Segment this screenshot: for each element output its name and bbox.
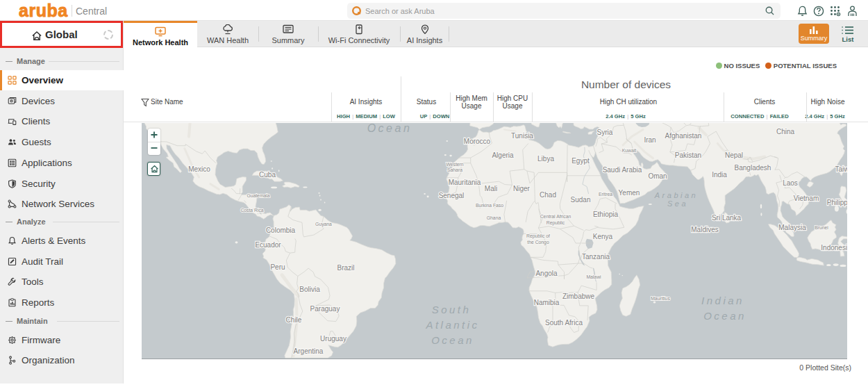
svg-text:Indian: Indian: [701, 295, 744, 306]
svg-text:Colombia: Colombia: [266, 227, 296, 234]
svg-text:Pakistan: Pakistan: [675, 151, 701, 159]
svg-text:Peru: Peru: [270, 263, 285, 271]
svg-text:Egypt: Egypt: [571, 157, 590, 165]
svg-text:Sudan: Sudan: [571, 196, 591, 204]
svg-text:Angola: Angola: [535, 270, 558, 277]
svg-text:Arabian: Arabian: [654, 191, 698, 199]
svg-text:South Africa: South Africa: [545, 319, 583, 327]
svg-text:Guatemala: Guatemala: [247, 193, 269, 198]
svg-text:Sea: Sea: [667, 199, 688, 208]
svg-text:Malawi: Malawi: [586, 274, 601, 279]
svg-text:Atlantic: Atlantic: [425, 319, 479, 331]
svg-text:Uruguay: Uruguay: [320, 335, 347, 343]
svg-text:Western: Western: [446, 162, 463, 167]
svg-text:Bolivia: Bolivia: [299, 286, 320, 293]
svg-text:Indonesia: Indonesia: [821, 244, 847, 252]
svg-text:Syria: Syria: [597, 129, 613, 136]
svg-text:Morocco: Morocco: [464, 138, 491, 145]
svg-text:Bangladesh: Bangladesh: [735, 164, 771, 172]
svg-text:Chad: Chad: [540, 191, 556, 199]
svg-text:Argentina: Argentina: [294, 347, 324, 355]
svg-text:Vietnam: Vietnam: [794, 195, 819, 202]
svg-text:Mali: Mali: [485, 185, 497, 192]
svg-text:Costa Rica: Costa Rica: [240, 208, 263, 213]
svg-text:Malaysia: Malaysia: [778, 224, 806, 231]
svg-text:Yemen: Yemen: [619, 189, 640, 197]
svg-text:Eritrea: Eritrea: [599, 192, 612, 197]
svg-text:Ocean: Ocean: [367, 123, 412, 134]
svg-text:Republic: Republic: [546, 220, 565, 226]
svg-text:Maldives: Maldives: [691, 226, 718, 233]
svg-text:Nepal: Nepal: [725, 151, 743, 159]
svg-text:Tunisia: Tunisia: [511, 132, 533, 140]
svg-text:Republic of: Republic of: [526, 233, 550, 239]
svg-text:Niger: Niger: [513, 185, 531, 192]
svg-text:Namibia: Namibia: [534, 299, 560, 306]
svg-text:Mauritius: Mauritius: [651, 296, 670, 301]
svg-text:Kuwait: Kuwait: [622, 148, 637, 153]
svg-text:Philippines: Philippines: [827, 199, 847, 206]
svg-text:Mexico: Mexico: [188, 165, 210, 173]
svg-text:Oman: Oman: [648, 172, 667, 180]
svg-text:Ethiopia: Ethiopia: [593, 211, 619, 218]
svg-text:Saudi Arabia: Saudi Arabia: [603, 166, 642, 174]
svg-text:Mauritania: Mauritania: [449, 179, 481, 186]
svg-text:Senegal: Senegal: [439, 192, 465, 199]
svg-text:Ocean: Ocean: [431, 334, 474, 346]
svg-text:Cuba: Cuba: [259, 171, 276, 179]
svg-text:Algeria: Algeria: [492, 151, 514, 159]
svg-text:Burkina Faso: Burkina Faso: [476, 203, 503, 208]
svg-text:Guyana: Guyana: [315, 222, 332, 227]
svg-text:the Congo: the Congo: [527, 240, 549, 245]
svg-text:China: China: [776, 128, 795, 135]
svg-text:Libya: Libya: [537, 155, 554, 163]
svg-text:Chile: Chile: [286, 316, 302, 324]
svg-text:Sri Lanka: Sri Lanka: [712, 214, 742, 222]
svg-text:Ecuador: Ecuador: [255, 241, 281, 249]
svg-text:India: India: [712, 171, 727, 179]
svg-text:Sahara: Sahara: [447, 167, 462, 172]
svg-text:Afghanistan: Afghanistan: [665, 132, 702, 140]
svg-text:Taiwan: Taiwan: [835, 165, 847, 173]
svg-text:Ocean: Ocean: [703, 310, 746, 322]
svg-text:Brazil: Brazil: [337, 264, 354, 272]
svg-text:Iran: Iran: [644, 136, 656, 144]
svg-text:Zimbabwe: Zimbabwe: [562, 293, 595, 300]
svg-text:Kenya: Kenya: [593, 233, 613, 240]
svg-text:Laos: Laos: [783, 179, 798, 187]
svg-text:Central African: Central African: [540, 214, 571, 219]
svg-text:South: South: [432, 304, 471, 315]
svg-text:Brunei: Brunei: [815, 225, 828, 230]
svg-text:Tanzania: Tanzania: [582, 253, 610, 261]
svg-text:Paraguay: Paraguay: [310, 305, 340, 313]
svg-text:Ghana: Ghana: [487, 215, 501, 220]
